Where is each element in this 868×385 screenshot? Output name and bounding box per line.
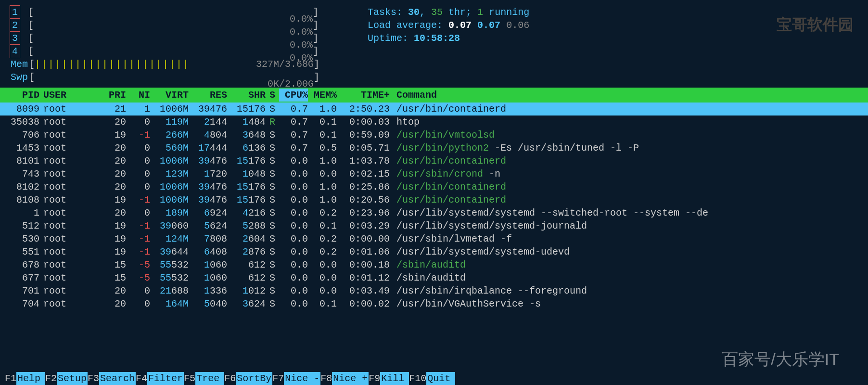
process-list[interactable]: 8099root2111006M3947615176S0.71.02:50.23… <box>0 103 868 310</box>
fkey-f8[interactable]: F8Nice + <box>320 372 369 385</box>
fkey-f2[interactable]: F2Setup <box>45 372 88 385</box>
process-row[interactable]: 8099root2111006M3947615176S0.71.02:50.23… <box>0 103 868 116</box>
mem-meter: Mem[|||||||||||||||||||||||327M/3.68G] <box>10 58 319 71</box>
column-header-virt[interactable]: VIRT <box>150 89 189 102</box>
column-header-res[interactable]: RES <box>189 89 227 102</box>
function-key-bar: F1Help F2Setup F3SearchF4FilterF5Tree F6… <box>0 372 868 385</box>
column-header-mem[interactable]: MEM% <box>308 89 337 102</box>
process-row[interactable]: 1453root200560M174446136S0.70.50:05.71/u… <box>0 141 868 154</box>
column-header-shr[interactable]: SHR <box>227 89 266 102</box>
process-row[interactable]: 706root19-1266M48043648S0.70.10:59.09/us… <box>0 128 868 141</box>
uptime: Uptime: 10:58:28 <box>368 32 529 45</box>
process-row[interactable]: 743root200123M17201048S0.00.00:02.15/usr… <box>0 167 868 180</box>
process-row[interactable]: 530root19-1124M78082604S0.00.20:00.00/us… <box>0 232 868 245</box>
process-row[interactable]: 8108root19-11006M3947615176S0.01.00:20.5… <box>0 193 868 206</box>
watermark-text-2: 宝哥软件园 <box>777 14 854 35</box>
process-row[interactable]: 551root19-13964464082876S0.00.20:01.06/u… <box>0 245 868 258</box>
process-row[interactable]: 8101root2001006M3947615176S0.01.01:03.78… <box>0 154 868 167</box>
fkey-f1[interactable]: F1Help <box>5 372 45 385</box>
process-row[interactable]: 1root200189M69244216S0.00.20:23.96/usr/l… <box>0 206 868 219</box>
resource-meters: 1 [0.0%] 2 [0.0%] 3 [0.0%] 4 [0.0%] Mem[… <box>10 6 319 84</box>
fkey-f3[interactable]: F3Search <box>88 372 136 385</box>
column-header-ni[interactable]: NI <box>126 89 150 102</box>
process-row[interactable]: 704root200164M50403624S0.00.10:00.02/usr… <box>0 297 868 310</box>
column-header-time[interactable]: TIME+ <box>337 89 395 102</box>
fkey-f6[interactable]: F6SortBy <box>224 372 272 385</box>
column-header-command[interactable]: Command <box>395 89 868 102</box>
system-info: Tasks: 30, 35 thr; 1 running Load averag… <box>368 6 529 84</box>
column-header-pid[interactable]: PID <box>5 89 39 102</box>
cpu-meter-1: 1 [0.0%] <box>10 6 319 19</box>
process-table-header[interactable]: PID USER PRI NI VIRT RES SHR S CPU% MEM%… <box>0 88 868 103</box>
process-row[interactable]: 512root19-13906056245288S0.00.10:03.29/u… <box>0 219 868 232</box>
fkey-f7[interactable]: F7Nice - <box>272 372 320 385</box>
load-average: Load average: 0.07 0.07 0.06 <box>368 19 529 32</box>
tasks-info: Tasks: 30, 35 thr; 1 running <box>368 6 529 19</box>
header-section: 1 [0.0%] 2 [0.0%] 3 [0.0%] 4 [0.0%] Mem[… <box>0 0 868 88</box>
process-row[interactable]: 701root2002168813361012S0.00.00:03.49/us… <box>0 284 868 297</box>
column-header-s[interactable]: S <box>266 89 279 102</box>
fkey-f9[interactable]: F9Kill <box>369 372 409 385</box>
swap-meter: Swp[0K/2.00G] <box>10 71 319 84</box>
cpu-meter-4: 4 [0.0%] <box>10 45 319 58</box>
cpu-meter-3: 3 [0.0%] <box>10 32 319 45</box>
process-row[interactable]: 35038root200119M21441484R0.70.10:00.03ht… <box>0 116 868 128</box>
column-header-cpu[interactable]: CPU% <box>279 89 308 102</box>
fkey-f10[interactable]: F10Quit <box>409 372 455 385</box>
column-header-pri[interactable]: PRI <box>102 89 126 102</box>
fkey-f5[interactable]: F5Tree <box>184 372 224 385</box>
process-row[interactable]: 677root15-5555321060612S0.00.00:01.12/sb… <box>0 271 868 284</box>
process-row[interactable]: 8102root2001006M3947615176S0.01.00:25.86… <box>0 180 868 193</box>
fkey-f4[interactable]: F4Filter <box>136 372 184 385</box>
watermark-text-1: 百家号/大乐学IT <box>722 348 839 371</box>
cpu-meter-2: 2 [0.0%] <box>10 19 319 32</box>
column-header-user[interactable]: USER <box>39 89 102 102</box>
process-row[interactable]: 678root15-5555321060612S0.00.00:00.18/sb… <box>0 258 868 271</box>
